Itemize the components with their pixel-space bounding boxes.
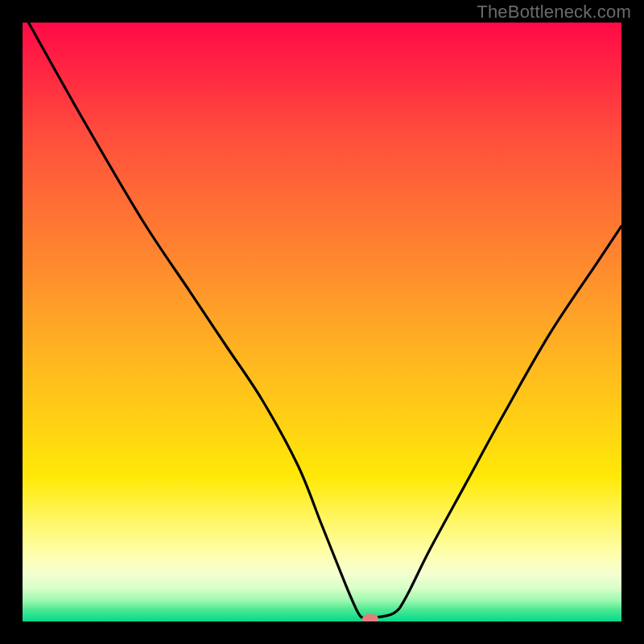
optimal-point-marker — [362, 614, 378, 621]
bottleneck-curve — [23, 23, 621, 621]
chart-frame: TheBottleneck.com — [0, 0, 644, 644]
plot-area — [23, 23, 621, 621]
watermark-text: TheBottleneck.com — [477, 2, 631, 23]
